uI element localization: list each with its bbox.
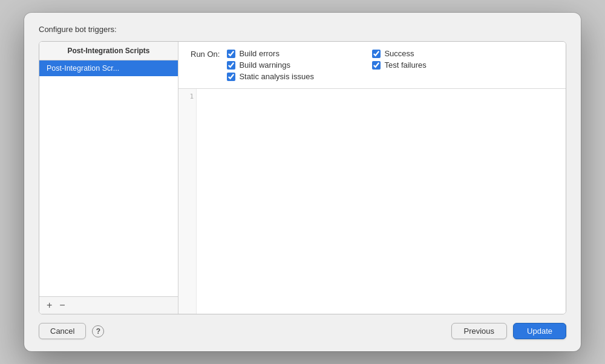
- bottom-right: Previous Update: [451, 323, 567, 339]
- checkbox-success-label: Success: [384, 49, 414, 58]
- right-panel: Run On: Build errors Success Build wa: [178, 42, 566, 314]
- configure-bot-dialog: Configure bot triggers: Post-Integration…: [24, 13, 581, 351]
- checkbox-static-analysis: Static analysis issues: [227, 72, 360, 81]
- checkbox-success: Success: [372, 49, 493, 58]
- left-panel-header: Post-Integration Scripts: [39, 42, 178, 60]
- checkbox-test-failures-input[interactable]: [372, 61, 381, 70]
- checkboxes-grid: Build errors Success Build warnings: [227, 49, 493, 81]
- checkbox-static-analysis-input[interactable]: [227, 73, 235, 81]
- list-item[interactable]: Post-Integration Scr...: [39, 60, 178, 76]
- run-on-area: Run On: Build errors Success Build wa: [178, 42, 566, 89]
- help-button[interactable]: ?: [92, 325, 104, 337]
- bottom-left: Cancel ?: [39, 323, 104, 339]
- checkbox-build-warnings: Build warnings: [227, 60, 360, 70]
- checkbox-build-warnings-label: Build warnings: [239, 60, 290, 70]
- remove-button[interactable]: −: [58, 301, 66, 310]
- run-on-label: Run On:: [191, 49, 220, 59]
- checkbox-static-analysis-label: Static analysis issues: [239, 72, 314, 81]
- line-numbers: 1: [178, 89, 197, 314]
- bottom-bar: Cancel ? Previous Update: [39, 314, 566, 339]
- checkbox-build-errors-label: Build errors: [239, 49, 279, 58]
- left-panel-list: Post-Integration Scr...: [39, 60, 178, 296]
- editor-area: 1: [178, 89, 566, 314]
- left-panel: Post-Integration Scripts Post-Integratio…: [39, 42, 178, 314]
- checkbox-test-failures-label: Test failures: [384, 60, 426, 70]
- checkbox-build-errors-input[interactable]: [227, 50, 235, 58]
- editor-content[interactable]: [197, 89, 566, 314]
- run-on-row: Run On: Build errors Success Build wa: [191, 49, 554, 81]
- add-button[interactable]: +: [45, 301, 53, 310]
- checkbox-build-warnings-input[interactable]: [227, 61, 235, 70]
- cancel-button[interactable]: Cancel: [39, 323, 86, 339]
- checkbox-build-errors: Build errors: [227, 49, 360, 58]
- dialog-title: Configure bot triggers:: [39, 25, 566, 34]
- main-area: Post-Integration Scripts Post-Integratio…: [39, 41, 566, 314]
- left-panel-footer: + −: [39, 296, 178, 314]
- update-button[interactable]: Update: [513, 323, 566, 339]
- checkbox-success-input[interactable]: [372, 50, 381, 58]
- checkbox-test-failures: Test failures: [372, 60, 493, 70]
- previous-button[interactable]: Previous: [451, 323, 508, 339]
